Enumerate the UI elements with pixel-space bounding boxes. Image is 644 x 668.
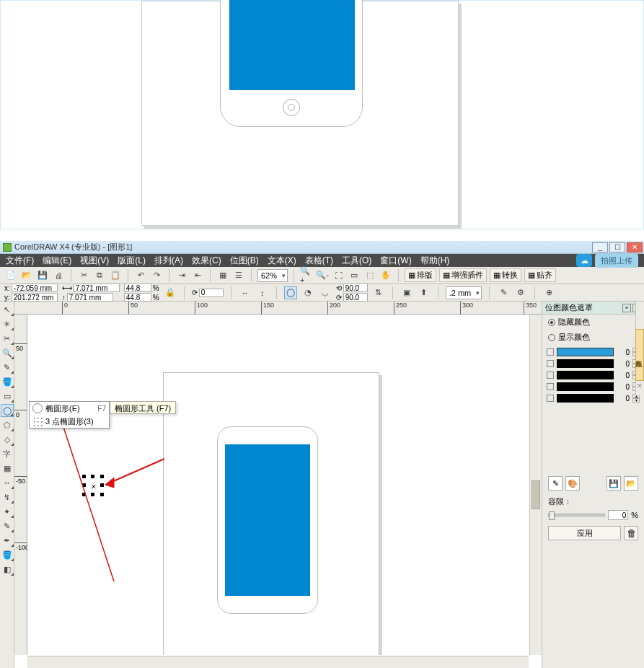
vertical-scrollbar[interactable] bbox=[529, 315, 542, 655]
drawing-canvas[interactable]: ✕ bbox=[27, 315, 529, 655]
rotation-input[interactable] bbox=[199, 289, 224, 297]
angle1-input[interactable] bbox=[343, 284, 368, 292]
apply-button[interactable]: 应用 bbox=[548, 526, 621, 540]
zoom-page-icon[interactable]: ▭ bbox=[348, 269, 361, 282]
edit-color-button[interactable]: 🎨 bbox=[565, 476, 580, 491]
new-icon[interactable]: 📄 bbox=[4, 269, 17, 282]
menu-arrange[interactable]: 排列(A) bbox=[154, 255, 183, 267]
paste-icon[interactable]: 📋 bbox=[109, 269, 122, 282]
menu-tools[interactable]: 工具(O) bbox=[342, 255, 371, 267]
arc-mode-icon[interactable]: ◡ bbox=[319, 286, 332, 299]
convert-curves-icon[interactable]: ✎ bbox=[497, 286, 510, 299]
flyout-item-ellipse[interactable]: 椭圆形(E) F7 bbox=[30, 402, 109, 415]
undo-icon[interactable]: ↶ bbox=[134, 269, 147, 282]
zoom-selection-icon[interactable]: ⬚ bbox=[363, 269, 376, 282]
angle2-input[interactable] bbox=[343, 293, 368, 302]
shape-tool[interactable]: ✳ bbox=[1, 317, 14, 330]
menu-window[interactable]: 窗口(W) bbox=[380, 255, 411, 267]
interactive-fill-tool[interactable]: ◧ bbox=[1, 563, 14, 576]
open-icon[interactable]: 📂 bbox=[20, 269, 33, 282]
cloud-icon[interactable]: ☁ bbox=[576, 254, 592, 267]
show-color-option[interactable]: 显示颜色 bbox=[542, 330, 644, 345]
outline-tool[interactable]: ✒ bbox=[1, 534, 14, 547]
to-front-icon[interactable]: ⬆ bbox=[418, 286, 431, 299]
eyedropper-tool[interactable]: ✎ bbox=[1, 519, 14, 532]
polygon-tool[interactable]: ⬠ bbox=[1, 418, 14, 431]
flyout-item-3pt-ellipse[interactable]: 3 点椭圆形(3) bbox=[30, 415, 109, 428]
group-plugin[interactable]: ▦增强插件 bbox=[439, 268, 487, 282]
checkbox-icon[interactable] bbox=[547, 348, 554, 356]
basic-shapes-tool[interactable]: ◇ bbox=[1, 433, 14, 446]
color-row[interactable]: 0▴▾ bbox=[547, 381, 640, 392]
mirror-v-icon[interactable]: ↕ bbox=[256, 286, 269, 299]
horizontal-ruler[interactable]: 0 50 100 150 200 250 300 350 bbox=[14, 302, 542, 315]
color-swatch[interactable] bbox=[557, 382, 614, 391]
color-row[interactable]: 0▴▾ bbox=[547, 346, 640, 358]
save-mask-button[interactable]: 💾 bbox=[606, 476, 621, 491]
menu-bitmap[interactable]: 位图(B) bbox=[230, 255, 259, 267]
tolerance-input[interactable] bbox=[608, 510, 628, 520]
connector-tool[interactable]: ↯ bbox=[1, 491, 14, 504]
mirror-h-icon[interactable]: ↔ bbox=[239, 286, 252, 299]
palette-tab[interactable]: 补充颜色库 bbox=[635, 329, 644, 381]
print-icon[interactable]: 🖨 bbox=[52, 269, 65, 282]
checkbox-icon[interactable] bbox=[547, 395, 554, 402]
menu-table[interactable]: 表格(T) bbox=[305, 255, 333, 267]
interactive-tool[interactable]: ✦ bbox=[1, 505, 14, 518]
phone-shape[interactable] bbox=[217, 426, 318, 614]
minimize-button[interactable]: _ bbox=[592, 242, 608, 252]
close-button[interactable]: ✕ bbox=[627, 242, 643, 252]
scale-x-input[interactable] bbox=[124, 284, 151, 292]
swap-angles-icon[interactable]: ⇅ bbox=[372, 286, 385, 299]
pan-icon[interactable]: ✋ bbox=[379, 269, 392, 282]
ellipse-tool[interactable]: ◯ bbox=[1, 404, 14, 417]
menu-text[interactable]: 文本(X) bbox=[268, 255, 296, 267]
copy-icon[interactable]: ⧉ bbox=[93, 269, 106, 282]
eyedropper-button[interactable]: ✎ bbox=[548, 476, 563, 491]
cut-icon[interactable]: ✂ bbox=[77, 269, 90, 282]
fill-tool[interactable]: 🪣 bbox=[1, 548, 14, 561]
dimension-tool[interactable]: ↔ bbox=[1, 476, 14, 489]
zoom-in-icon[interactable]: 🔍+ bbox=[300, 269, 313, 282]
save-icon[interactable]: 💾 bbox=[36, 269, 49, 282]
pie-mode-icon[interactable]: ◔ bbox=[301, 286, 314, 299]
rectangle-tool[interactable]: ▭ bbox=[1, 390, 14, 403]
menu-help[interactable]: 帮助(H) bbox=[420, 255, 450, 267]
menu-view[interactable]: 视图(V) bbox=[80, 255, 109, 267]
ellipse-mode-icon[interactable]: ◯ bbox=[284, 286, 297, 299]
zoom-out-icon[interactable]: 🔍- bbox=[316, 269, 329, 282]
color-swatch[interactable] bbox=[557, 359, 614, 368]
menu-effects[interactable]: 效果(C) bbox=[192, 255, 221, 267]
zoom-tool[interactable]: 🔍 bbox=[1, 346, 14, 359]
import-icon[interactable]: ⇥ bbox=[175, 269, 188, 282]
group-align[interactable]: ▦贴齐 bbox=[524, 268, 556, 282]
menu-file[interactable]: 文件(F) bbox=[6, 255, 34, 267]
group-arrange[interactable]: ▦排版 bbox=[405, 268, 436, 282]
pick-tool[interactable]: ↖ bbox=[1, 303, 14, 316]
color-swatch[interactable] bbox=[557, 394, 614, 403]
menu-layout[interactable]: 版面(L) bbox=[118, 255, 146, 267]
wrap-icon[interactable]: ▣ bbox=[400, 286, 413, 299]
target-icon[interactable]: ⊕ bbox=[542, 286, 555, 299]
freehand-tool[interactable]: ✎ bbox=[1, 361, 14, 374]
scrollbar-thumb[interactable] bbox=[531, 480, 540, 509]
table-tool[interactable]: ▦ bbox=[1, 462, 14, 475]
color-swatch[interactable] bbox=[557, 371, 614, 379]
maximize-button[interactable]: ☐ bbox=[609, 242, 625, 252]
slider-knob[interactable] bbox=[549, 511, 555, 520]
smart-fill-tool[interactable]: 🪣 bbox=[1, 375, 14, 388]
scale-y-input[interactable] bbox=[124, 293, 151, 302]
width-input[interactable] bbox=[74, 284, 120, 292]
cloud-upload-button[interactable]: 拍照上传 bbox=[595, 254, 638, 268]
checkbox-icon[interactable] bbox=[547, 383, 554, 390]
welcome-icon[interactable]: ☰ bbox=[232, 269, 245, 282]
pos-x-input[interactable] bbox=[12, 284, 58, 292]
height-input[interactable] bbox=[67, 293, 113, 302]
text-tool[interactable]: 字 bbox=[1, 447, 14, 460]
color-row[interactable]: 0▴▾ bbox=[547, 358, 640, 369]
lock-ratio-icon[interactable]: 🔒 bbox=[164, 286, 177, 299]
color-swatch[interactable] bbox=[557, 348, 614, 356]
color-row[interactable]: 0▴▾ bbox=[547, 392, 640, 404]
options-icon[interactable]: ⚙ bbox=[514, 286, 527, 299]
outline-width-combo[interactable]: .2 mm bbox=[446, 286, 482, 299]
